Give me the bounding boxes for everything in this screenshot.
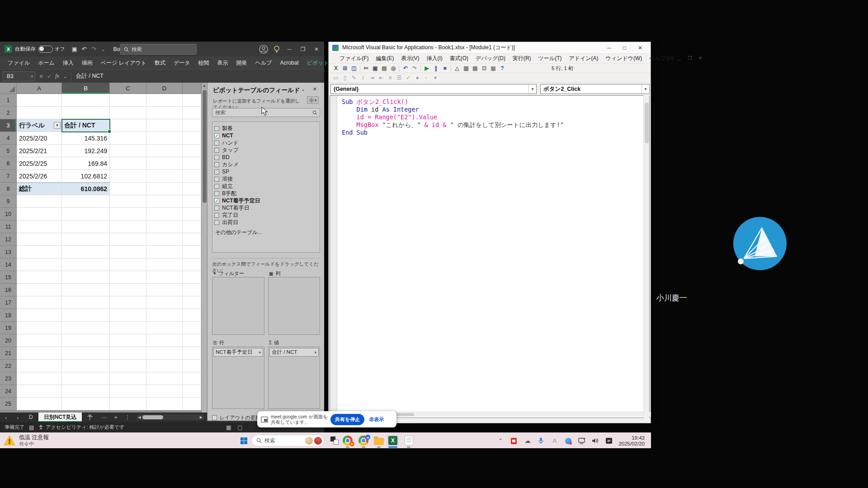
filter-dropdown-icon[interactable]: ▼ [54, 122, 61, 129]
grid-cell[interactable] [17, 258, 62, 271]
grid-cell[interactable] [17, 94, 62, 107]
grid-cell[interactable]: 192.249 [62, 145, 110, 157]
excel-taskbar-button[interactable]: X [387, 435, 399, 446]
parameter-info-icon[interactable]: i [359, 74, 368, 82]
grid-cell[interactable] [146, 94, 183, 107]
sheet-menu-icon[interactable]: ⋮ [122, 414, 133, 421]
new-sheet-icon[interactable]: ＋ [110, 413, 122, 421]
save-icon[interactable]: ▣ [72, 46, 77, 52]
row-header[interactable]: 24 [0, 385, 17, 398]
row-header[interactable]: 25 [0, 398, 17, 410]
chevron-down-icon[interactable]: ▾ [259, 350, 261, 355]
grid-cell[interactable] [183, 284, 201, 296]
grid-cell[interactable] [62, 221, 110, 233]
field-item[interactable]: 製番 [214, 125, 319, 132]
break-icon[interactable]: ∥ [431, 65, 440, 72]
ribbon-tab[interactable]: 開発 [232, 56, 251, 69]
field-checkbox[interactable] [214, 177, 219, 182]
grid-cell[interactable] [146, 347, 183, 360]
object-combo[interactable]: (General)▾ [330, 84, 537, 94]
grid-cell[interactable] [183, 360, 201, 372]
row-header[interactable]: 10 [0, 208, 17, 221]
undo-icon[interactable]: ↶ [401, 65, 410, 72]
field-item[interactable]: カシメ [214, 161, 319, 168]
scroll-right-icon[interactable]: ▶ [200, 414, 203, 420]
pane-options-icon[interactable]: ⌄ [301, 86, 305, 92]
grid-cell[interactable] [110, 170, 146, 183]
vba-menu-item[interactable]: 編集(E) [372, 55, 397, 62]
field-checkbox[interactable] [214, 126, 219, 131]
pane-close-icon[interactable]: ✕ [313, 86, 317, 92]
row-header[interactable]: 8 [0, 183, 17, 195]
help-icon[interactable]: ? [498, 65, 507, 72]
grid-cell[interactable] [62, 284, 110, 296]
page-layout-view-icon[interactable]: ▢ [237, 424, 242, 431]
horizontal-scrollbar[interactable]: ◀ ▶ [136, 414, 204, 420]
grid-cell[interactable] [17, 246, 62, 258]
grid-cell[interactable]: 総計 [17, 183, 62, 195]
design-mode-icon[interactable]: △ [453, 65, 462, 72]
grid-cell[interactable] [17, 334, 62, 347]
row-header[interactable]: 3 [0, 119, 17, 132]
qat-customize-icon[interactable]: ⌄ [101, 46, 106, 52]
ribbon-tab[interactable]: 挿入 [59, 56, 78, 69]
grid-cell[interactable] [146, 360, 183, 372]
grid-cell[interactable] [146, 107, 183, 119]
restore-button[interactable]: ❐ [299, 46, 307, 52]
grid-cell[interactable] [110, 107, 146, 119]
grid-cell[interactable] [62, 246, 110, 258]
row-header[interactable]: 19 [0, 322, 17, 334]
macro-record-icon[interactable]: ▤ [29, 424, 34, 431]
grid-cell[interactable] [62, 347, 110, 360]
grid-cell[interactable] [146, 372, 183, 385]
grid-cell[interactable] [146, 334, 183, 347]
vba-menu-item[interactable]: ファイル(F) [336, 55, 372, 62]
name-box[interactable]: B3▾ [3, 71, 35, 81]
grid-cell[interactable] [17, 284, 62, 296]
grid-cell[interactable] [62, 107, 110, 119]
toggle-breakpoint-icon[interactable]: ☰ [395, 74, 404, 82]
grid-cell[interactable] [62, 195, 110, 208]
redo-icon[interactable]: ↷ [91, 46, 96, 52]
field-checkbox[interactable]: ✓ [214, 198, 219, 203]
procedure-combo[interactable]: ボタン2_Click▾ [540, 84, 650, 94]
grid-cell[interactable] [110, 94, 146, 107]
vba-minimize-button[interactable]: ─ [607, 45, 611, 51]
tray-mic-icon[interactable] [537, 437, 545, 445]
row-header[interactable]: 22 [0, 360, 17, 372]
field-item[interactable]: 溶接 [214, 175, 319, 183]
grid-cell[interactable] [17, 107, 62, 119]
grid-cell[interactable] [62, 385, 110, 398]
grid-cell[interactable] [146, 258, 183, 271]
vba-restore-button[interactable]: □ [623, 45, 626, 51]
ribbon-tab[interactable]: データ [170, 56, 194, 69]
reset-icon[interactable]: ■ [440, 65, 449, 72]
grid-cell[interactable]: 102.6812 [62, 170, 110, 183]
select-all-corner[interactable] [0, 83, 17, 94]
list-properties-icon[interactable]: ▭ [331, 74, 340, 82]
grid-cell[interactable] [17, 296, 62, 309]
row-header[interactable]: 16 [0, 284, 17, 296]
vba-menu-item[interactable]: 実行(R) [509, 55, 535, 62]
ribbon-tab[interactable]: 数式 [151, 56, 170, 69]
confirm-entry-icon[interactable]: ✓ [47, 73, 52, 80]
field-item[interactable]: BD [214, 154, 319, 161]
grid-cell[interactable] [110, 183, 146, 195]
grid-cell[interactable] [62, 372, 110, 385]
field-item[interactable]: ✓NCT着手予定日 [214, 197, 319, 204]
ribbon-tab[interactable]: ページ レイアウト [97, 56, 151, 69]
grid-cell[interactable] [146, 246, 183, 258]
grid-cell[interactable] [110, 119, 146, 132]
redo-icon[interactable]: ↷ [410, 65, 419, 72]
copy-icon[interactable]: ▣ [371, 65, 380, 72]
columns-drop-zone[interactable] [268, 277, 320, 335]
sheet-next-icon[interactable]: › [12, 415, 24, 420]
row-header[interactable]: 6 [0, 157, 17, 170]
account-icon[interactable] [259, 45, 268, 54]
sheet-more-icon[interactable]: ⋯ [98, 414, 110, 421]
grid-cell[interactable] [146, 170, 183, 183]
grid-cell[interactable] [183, 107, 201, 119]
grid-cell[interactable] [110, 398, 146, 410]
grid-cell[interactable] [110, 334, 146, 347]
tray-app-blue-icon[interactable] [564, 437, 572, 445]
